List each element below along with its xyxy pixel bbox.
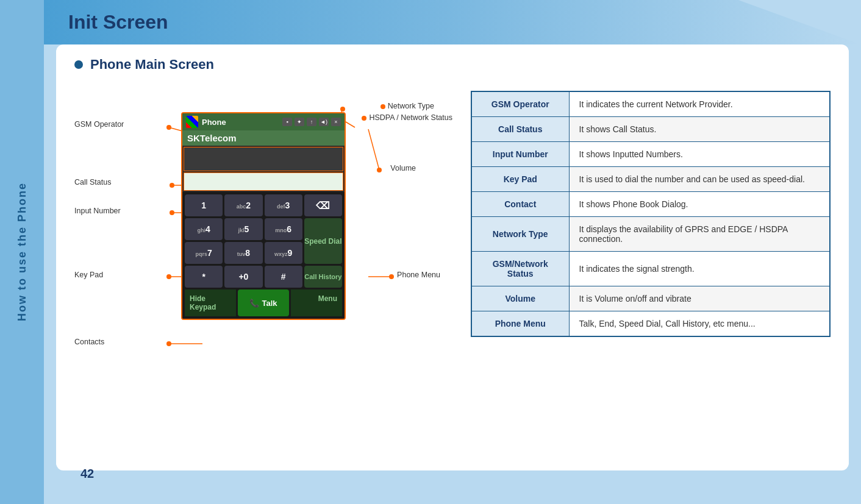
- svg-point-15: [377, 168, 382, 172]
- table-row: ContactIt shows Phone Book Dialog.: [471, 192, 830, 217]
- titlebar-icons: ▪ ✦ ↑ ◄) ×: [282, 118, 341, 126]
- svg-point-7: [166, 274, 171, 279]
- info-table: GSM OperatorIt indicates the current Net…: [471, 91, 831, 337]
- table-row: GSM/Network StatusIt indicates the signa…: [471, 252, 830, 286]
- key-call-history[interactable]: Call History: [304, 266, 342, 288]
- section-title-text: Phone Main Screen: [90, 57, 214, 73]
- label-key-pad: Key Pad: [74, 271, 103, 279]
- key-star[interactable]: *: [185, 266, 223, 288]
- svg-line-14: [368, 129, 379, 170]
- diagram-wrapper: GSM Operator Call Status Input Number Ke…: [74, 91, 452, 383]
- signal2-icon: ↑: [307, 118, 316, 126]
- call-status-display: [184, 147, 343, 171]
- battery-icon: ▪: [282, 118, 292, 126]
- table-label-4: Contact: [471, 192, 569, 217]
- table-label-7: Volume: [471, 286, 569, 311]
- phone-titlebar: Phone ▪ ✦ ↑ ◄) ×: [182, 113, 345, 130]
- label-contacts: Contacts: [74, 338, 104, 346]
- label-hsdpa: HSDPA / Network Status: [362, 113, 452, 122]
- label-input-number: Input Number: [74, 207, 121, 215]
- titlebar-left: Phone: [186, 116, 226, 128]
- keypad: 1 abc2 def3 ⌫ ghi4 jkl5 mno6 Speed Dial …: [182, 192, 345, 319]
- talk-button[interactable]: 📞Talk: [238, 289, 289, 316]
- page-number: 42: [62, 464, 861, 486]
- table-desc-8: Talk, End, Speed Dial, Call History, etc…: [569, 311, 830, 337]
- section-header: Phone Main Screen: [74, 57, 831, 73]
- sidebar: How to use the Phone: [0, 0, 44, 504]
- svg-point-1: [166, 125, 171, 130]
- key-4[interactable]: ghi4: [185, 218, 223, 240]
- key-speed-dial[interactable]: Speed Dial: [304, 218, 342, 264]
- table-row: Input NumberIt shows Inputted Numbers.: [471, 142, 830, 167]
- main-content: Init Screen Phone Main Screen: [44, 0, 861, 504]
- page-title: Init Screen: [68, 11, 837, 34]
- label-volume: Volume: [390, 164, 416, 172]
- menu-button[interactable]: Menu: [291, 289, 342, 316]
- content-area: Phone Main Screen: [56, 44, 849, 470]
- table-desc-5: It displays the availability of GPRS and…: [569, 217, 830, 252]
- svg-point-3: [170, 183, 174, 188]
- main-layout: GSM Operator Call Status Input Number Ke…: [74, 85, 831, 458]
- svg-point-9: [166, 341, 171, 346]
- table-desc-4: It shows Phone Book Dialog.: [569, 192, 830, 217]
- label-call-status: Call Status: [74, 178, 111, 186]
- table-label-0: GSM Operator: [471, 91, 569, 117]
- hide-keypad-button[interactable]: Hide Keypad: [185, 289, 236, 316]
- sidebar-text: How to use the Phone: [16, 182, 29, 321]
- key-8[interactable]: tuv8: [224, 242, 262, 264]
- table-label-5: Network Type: [471, 217, 569, 252]
- phone-mockup: Phone ▪ ✦ ↑ ◄) ×: [181, 112, 346, 320]
- table-desc-7: It is Volume on/off and vibrate: [569, 286, 830, 311]
- table-row: Key PadIt is used to dial the number and…: [471, 167, 830, 192]
- phone-diagram: GSM Operator Call Status Input Number Ke…: [74, 85, 452, 383]
- table-desc-2: It shows Inputted Numbers.: [569, 142, 830, 167]
- key-1[interactable]: 1: [185, 194, 223, 216]
- key-6[interactable]: mno6: [265, 218, 302, 240]
- table-row: Network TypeIt displays the availability…: [471, 217, 830, 252]
- label-phone-menu: Phone Menu: [397, 271, 440, 279]
- label-gsm-operator: GSM Operator: [74, 120, 124, 129]
- phone-window: Phone ▪ ✦ ↑ ◄) ×: [181, 112, 346, 320]
- title-bar: Init Screen: [44, 0, 861, 44]
- svg-point-11: [340, 107, 345, 112]
- table-label-3: Key Pad: [471, 167, 569, 192]
- key-0[interactable]: +0: [224, 266, 262, 288]
- key-9[interactable]: wxyz9: [265, 242, 302, 264]
- svg-point-17: [389, 274, 394, 279]
- table-label-2: Input Number: [471, 142, 569, 167]
- key-3[interactable]: def3: [265, 194, 302, 216]
- signal1-icon: ✦: [295, 118, 304, 126]
- table-desc-0: It indicates the current Network Provide…: [569, 91, 830, 117]
- table-row: VolumeIt is Volume on/off and vibrate: [471, 286, 830, 311]
- table-desc-3: It is used to dial the number and can be…: [569, 167, 830, 192]
- key-5[interactable]: jkl5: [224, 218, 262, 240]
- operator-name: SKTelecom: [182, 130, 345, 146]
- table-desc-1: It shows Call Status.: [569, 117, 830, 142]
- key-backspace[interactable]: ⌫: [304, 194, 342, 216]
- table-row: Call StatusIt shows Call Status.: [471, 117, 830, 142]
- close-icon[interactable]: ×: [331, 118, 341, 126]
- bullet-point: [74, 60, 83, 69]
- key-hash[interactable]: #: [265, 266, 302, 288]
- svg-point-5: [170, 210, 174, 215]
- windows-logo-icon: [186, 116, 198, 128]
- table-desc-6: It indicates the signal strength.: [569, 252, 830, 286]
- table-label-1: Call Status: [471, 117, 569, 142]
- table-label-6: GSM/Network Status: [471, 252, 569, 286]
- input-number-display: [184, 172, 343, 191]
- phone-title: Phone: [202, 118, 226, 127]
- key-7[interactable]: pqrs7: [185, 242, 223, 264]
- table-row: GSM OperatorIt indicates the current Net…: [471, 91, 830, 117]
- table-label-8: Phone Menu: [471, 311, 569, 337]
- volume-icon: ◄): [319, 118, 329, 126]
- info-table-container: GSM OperatorIt indicates the current Net…: [471, 91, 831, 337]
- table-row: Phone MenuTalk, End, Speed Dial, Call Hi…: [471, 311, 830, 337]
- key-2[interactable]: abc2: [224, 194, 262, 216]
- label-network-type: Network Type: [380, 102, 434, 110]
